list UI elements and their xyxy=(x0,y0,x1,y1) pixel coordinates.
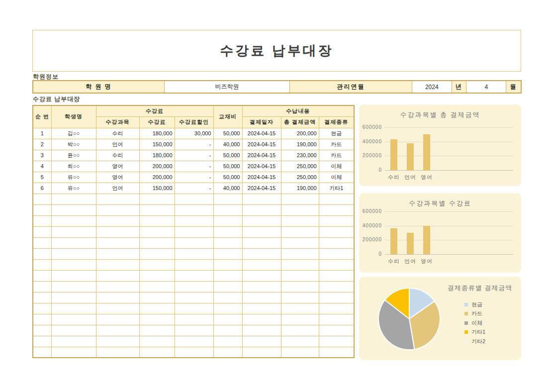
cell-type[interactable]: 기타1 xyxy=(319,183,354,194)
cell-student[interactable]: 최○○ xyxy=(51,161,96,172)
cell-date[interactable]: 2024-04-15 xyxy=(242,161,281,172)
cell-date[interactable]: 2024-04-15 xyxy=(242,183,281,194)
cell-tuition[interactable]: 150,000 xyxy=(139,139,175,150)
cell-empty[interactable] xyxy=(33,204,51,215)
cell-empty[interactable] xyxy=(281,336,319,347)
header-subject[interactable]: 수강과목 xyxy=(96,116,139,128)
cell-empty[interactable] xyxy=(51,259,96,270)
cell-empty[interactable] xyxy=(319,248,354,259)
cell-book[interactable]: 50,000 xyxy=(213,150,242,161)
cell-empty[interactable] xyxy=(213,303,242,314)
cell-empty[interactable] xyxy=(281,237,319,248)
cell-empty[interactable] xyxy=(175,237,213,248)
chart-total-payment-by-subject[interactable]: 수강과목별 총 결제금액6000004000002000000수리언어영어 xyxy=(359,104,521,186)
cell-subject[interactable]: 수리 xyxy=(96,150,139,161)
academy-name-value[interactable]: 비즈학원 xyxy=(164,81,289,93)
cell-empty[interactable] xyxy=(96,292,139,303)
header-pay-type[interactable]: 결제종류 xyxy=(319,116,354,128)
cell-no[interactable]: 2 xyxy=(33,139,51,150)
cell-empty[interactable] xyxy=(139,226,175,237)
cell-no[interactable]: 3 xyxy=(33,150,51,161)
cell-discount[interactable]: - xyxy=(175,161,213,172)
cell-subject[interactable]: 언어 xyxy=(96,183,139,194)
cell-empty[interactable] xyxy=(242,314,281,325)
cell-empty[interactable] xyxy=(319,281,354,292)
cell-empty[interactable] xyxy=(175,281,213,292)
cell-empty[interactable] xyxy=(175,226,213,237)
header-book-fee[interactable]: 교재비 xyxy=(213,105,242,128)
cell-empty[interactable] xyxy=(213,194,242,204)
cell-empty[interactable] xyxy=(33,259,51,270)
cell-type[interactable]: 카드 xyxy=(319,150,354,161)
cell-empty[interactable] xyxy=(139,303,175,314)
cell-empty[interactable] xyxy=(319,259,354,270)
cell-date[interactable]: 2024-04-15 xyxy=(242,150,281,161)
cell-empty[interactable] xyxy=(139,237,175,248)
cell-book[interactable]: 50,000 xyxy=(213,128,242,139)
cell-empty[interactable] xyxy=(175,215,213,226)
cell-empty[interactable] xyxy=(139,248,175,259)
cell-empty[interactable] xyxy=(281,194,319,204)
cell-empty[interactable] xyxy=(213,215,242,226)
cell-empty[interactable] xyxy=(319,204,354,215)
cell-empty[interactable] xyxy=(139,292,175,303)
cell-empty[interactable] xyxy=(33,336,51,347)
cell-empty[interactable] xyxy=(319,194,354,204)
cell-empty[interactable] xyxy=(242,215,281,226)
cell-empty[interactable] xyxy=(213,325,242,336)
cell-empty[interactable] xyxy=(139,270,175,281)
cell-empty[interactable] xyxy=(139,336,175,347)
cell-empty[interactable] xyxy=(281,226,319,237)
cell-empty[interactable] xyxy=(319,215,354,226)
cell-empty[interactable] xyxy=(51,270,96,281)
bar-언어[interactable] xyxy=(407,233,414,254)
cell-student[interactable]: 박○○ xyxy=(51,139,96,150)
cell-empty[interactable] xyxy=(319,237,354,248)
cell-empty[interactable] xyxy=(281,292,319,303)
cell-empty[interactable] xyxy=(242,237,281,248)
cell-empty[interactable] xyxy=(33,292,51,303)
cell-empty[interactable] xyxy=(213,248,242,259)
cell-empty[interactable] xyxy=(96,347,139,358)
cell-empty[interactable] xyxy=(139,194,175,204)
cell-empty[interactable] xyxy=(213,347,242,358)
cell-empty[interactable] xyxy=(242,303,281,314)
cell-empty[interactable] xyxy=(242,336,281,347)
cell-empty[interactable] xyxy=(33,314,51,325)
cell-discount[interactable]: - xyxy=(175,172,213,183)
cell-empty[interactable] xyxy=(33,226,51,237)
cell-empty[interactable] xyxy=(281,325,319,336)
cell-empty[interactable] xyxy=(96,303,139,314)
cell-total[interactable]: 230,000 xyxy=(281,150,319,161)
cell-discount[interactable]: - xyxy=(175,139,213,150)
cell-empty[interactable] xyxy=(175,314,213,325)
cell-empty[interactable] xyxy=(319,303,354,314)
cell-empty[interactable] xyxy=(139,325,175,336)
cell-empty[interactable] xyxy=(33,215,51,226)
header-student[interactable]: 학생명 xyxy=(51,105,96,128)
cell-empty[interactable] xyxy=(175,336,213,347)
cell-empty[interactable] xyxy=(33,281,51,292)
cell-empty[interactable] xyxy=(175,270,213,281)
cell-student[interactable]: 유○○ xyxy=(51,172,96,183)
cell-date[interactable]: 2024-04-15 xyxy=(242,128,281,139)
year-value[interactable]: 2024 xyxy=(412,81,452,93)
cell-empty[interactable] xyxy=(96,248,139,259)
cell-empty[interactable] xyxy=(281,347,319,358)
cell-empty[interactable] xyxy=(33,237,51,248)
cell-empty[interactable] xyxy=(33,270,51,281)
cell-subject[interactable]: 영어 xyxy=(96,172,139,183)
cell-empty[interactable] xyxy=(139,215,175,226)
chart-tuition-by-subject[interactable]: 수강과목별 수강료6000004000002000000수리언어영어 xyxy=(359,193,521,273)
cell-empty[interactable] xyxy=(51,204,96,215)
cell-no[interactable]: 5 xyxy=(33,172,51,183)
cell-total[interactable]: 200,000 xyxy=(281,128,319,139)
cell-empty[interactable] xyxy=(139,281,175,292)
cell-empty[interactable] xyxy=(175,248,213,259)
bar-영어[interactable] xyxy=(423,226,430,254)
cell-empty[interactable] xyxy=(175,204,213,215)
cell-empty[interactable] xyxy=(51,347,96,358)
cell-empty[interactable] xyxy=(213,292,242,303)
cell-discount[interactable]: - xyxy=(175,150,213,161)
cell-empty[interactable] xyxy=(51,314,96,325)
